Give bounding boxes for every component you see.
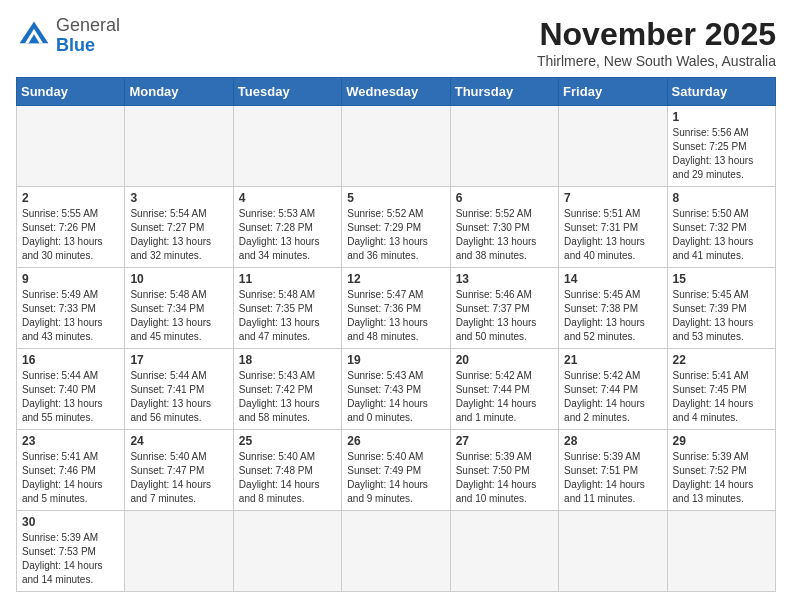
day-info: Sunrise: 5:46 AM Sunset: 7:37 PM Dayligh…	[456, 288, 553, 344]
day-number: 23	[22, 434, 119, 448]
calendar-day: 15Sunrise: 5:45 AM Sunset: 7:39 PM Dayli…	[667, 268, 775, 349]
calendar-day: 20Sunrise: 5:42 AM Sunset: 7:44 PM Dayli…	[450, 349, 558, 430]
day-number: 19	[347, 353, 444, 367]
day-number: 4	[239, 191, 336, 205]
day-header-sunday: Sunday	[17, 78, 125, 106]
logo-blue: Blue	[56, 35, 95, 55]
day-number: 11	[239, 272, 336, 286]
day-number: 8	[673, 191, 770, 205]
logo: General Blue	[16, 16, 120, 56]
location-subtitle: Thirlmere, New South Wales, Australia	[537, 53, 776, 69]
calendar-day: 24Sunrise: 5:40 AM Sunset: 7:47 PM Dayli…	[125, 430, 233, 511]
month-title: November 2025	[537, 16, 776, 53]
day-number: 25	[239, 434, 336, 448]
day-number: 12	[347, 272, 444, 286]
calendar-day: 13Sunrise: 5:46 AM Sunset: 7:37 PM Dayli…	[450, 268, 558, 349]
calendar-week-row: 23Sunrise: 5:41 AM Sunset: 7:46 PM Dayli…	[17, 430, 776, 511]
day-info: Sunrise: 5:40 AM Sunset: 7:47 PM Dayligh…	[130, 450, 227, 506]
day-number: 18	[239, 353, 336, 367]
day-info: Sunrise: 5:54 AM Sunset: 7:27 PM Dayligh…	[130, 207, 227, 263]
day-number: 1	[673, 110, 770, 124]
day-info: Sunrise: 5:51 AM Sunset: 7:31 PM Dayligh…	[564, 207, 661, 263]
day-info: Sunrise: 5:39 AM Sunset: 7:53 PM Dayligh…	[22, 531, 119, 587]
calendar-day: 23Sunrise: 5:41 AM Sunset: 7:46 PM Dayli…	[17, 430, 125, 511]
day-number: 17	[130, 353, 227, 367]
calendar-day: 6Sunrise: 5:52 AM Sunset: 7:30 PM Daylig…	[450, 187, 558, 268]
day-number: 28	[564, 434, 661, 448]
day-info: Sunrise: 5:44 AM Sunset: 7:40 PM Dayligh…	[22, 369, 119, 425]
calendar-day: 18Sunrise: 5:43 AM Sunset: 7:42 PM Dayli…	[233, 349, 341, 430]
calendar-day: 4Sunrise: 5:53 AM Sunset: 7:28 PM Daylig…	[233, 187, 341, 268]
day-number: 21	[564, 353, 661, 367]
day-info: Sunrise: 5:45 AM Sunset: 7:38 PM Dayligh…	[564, 288, 661, 344]
day-info: Sunrise: 5:48 AM Sunset: 7:34 PM Dayligh…	[130, 288, 227, 344]
day-info: Sunrise: 5:45 AM Sunset: 7:39 PM Dayligh…	[673, 288, 770, 344]
calendar-day: 12Sunrise: 5:47 AM Sunset: 7:36 PM Dayli…	[342, 268, 450, 349]
day-info: Sunrise: 5:43 AM Sunset: 7:42 PM Dayligh…	[239, 369, 336, 425]
logo-text: General Blue	[56, 16, 120, 56]
day-number: 5	[347, 191, 444, 205]
calendar-day	[233, 511, 341, 592]
calendar-day	[233, 106, 341, 187]
day-header-tuesday: Tuesday	[233, 78, 341, 106]
calendar-day: 17Sunrise: 5:44 AM Sunset: 7:41 PM Dayli…	[125, 349, 233, 430]
logo-general: General	[56, 15, 120, 35]
calendar-header-row: SundayMondayTuesdayWednesdayThursdayFrid…	[17, 78, 776, 106]
calendar-week-row: 2Sunrise: 5:55 AM Sunset: 7:26 PM Daylig…	[17, 187, 776, 268]
calendar-day: 14Sunrise: 5:45 AM Sunset: 7:38 PM Dayli…	[559, 268, 667, 349]
calendar-week-row: 9Sunrise: 5:49 AM Sunset: 7:33 PM Daylig…	[17, 268, 776, 349]
day-number: 20	[456, 353, 553, 367]
calendar-week-row: 1Sunrise: 5:56 AM Sunset: 7:25 PM Daylig…	[17, 106, 776, 187]
calendar-day: 29Sunrise: 5:39 AM Sunset: 7:52 PM Dayli…	[667, 430, 775, 511]
calendar-day: 26Sunrise: 5:40 AM Sunset: 7:49 PM Dayli…	[342, 430, 450, 511]
calendar-day	[450, 511, 558, 592]
calendar-day: 2Sunrise: 5:55 AM Sunset: 7:26 PM Daylig…	[17, 187, 125, 268]
day-header-wednesday: Wednesday	[342, 78, 450, 106]
calendar-day	[559, 106, 667, 187]
day-header-monday: Monday	[125, 78, 233, 106]
day-number: 30	[22, 515, 119, 529]
day-info: Sunrise: 5:42 AM Sunset: 7:44 PM Dayligh…	[456, 369, 553, 425]
calendar-day	[342, 511, 450, 592]
calendar-day	[342, 106, 450, 187]
day-number: 6	[456, 191, 553, 205]
calendar-day: 19Sunrise: 5:43 AM Sunset: 7:43 PM Dayli…	[342, 349, 450, 430]
day-info: Sunrise: 5:39 AM Sunset: 7:51 PM Dayligh…	[564, 450, 661, 506]
day-info: Sunrise: 5:42 AM Sunset: 7:44 PM Dayligh…	[564, 369, 661, 425]
day-number: 7	[564, 191, 661, 205]
calendar-day	[667, 511, 775, 592]
calendar-day	[450, 106, 558, 187]
calendar-day	[125, 511, 233, 592]
calendar-day: 3Sunrise: 5:54 AM Sunset: 7:27 PM Daylig…	[125, 187, 233, 268]
day-info: Sunrise: 5:39 AM Sunset: 7:50 PM Dayligh…	[456, 450, 553, 506]
calendar-day: 11Sunrise: 5:48 AM Sunset: 7:35 PM Dayli…	[233, 268, 341, 349]
day-header-saturday: Saturday	[667, 78, 775, 106]
day-number: 3	[130, 191, 227, 205]
day-info: Sunrise: 5:53 AM Sunset: 7:28 PM Dayligh…	[239, 207, 336, 263]
page-header: General Blue November 2025 Thirlmere, Ne…	[16, 16, 776, 69]
day-info: Sunrise: 5:39 AM Sunset: 7:52 PM Dayligh…	[673, 450, 770, 506]
day-info: Sunrise: 5:44 AM Sunset: 7:41 PM Dayligh…	[130, 369, 227, 425]
calendar-day: 28Sunrise: 5:39 AM Sunset: 7:51 PM Dayli…	[559, 430, 667, 511]
calendar-day: 27Sunrise: 5:39 AM Sunset: 7:50 PM Dayli…	[450, 430, 558, 511]
calendar-day: 21Sunrise: 5:42 AM Sunset: 7:44 PM Dayli…	[559, 349, 667, 430]
calendar-day: 10Sunrise: 5:48 AM Sunset: 7:34 PM Dayli…	[125, 268, 233, 349]
day-number: 16	[22, 353, 119, 367]
calendar-day: 22Sunrise: 5:41 AM Sunset: 7:45 PM Dayli…	[667, 349, 775, 430]
calendar-day: 25Sunrise: 5:40 AM Sunset: 7:48 PM Dayli…	[233, 430, 341, 511]
day-number: 15	[673, 272, 770, 286]
day-info: Sunrise: 5:50 AM Sunset: 7:32 PM Dayligh…	[673, 207, 770, 263]
day-header-friday: Friday	[559, 78, 667, 106]
calendar-day	[125, 106, 233, 187]
day-number: 26	[347, 434, 444, 448]
calendar-day: 16Sunrise: 5:44 AM Sunset: 7:40 PM Dayli…	[17, 349, 125, 430]
day-info: Sunrise: 5:52 AM Sunset: 7:30 PM Dayligh…	[456, 207, 553, 263]
day-info: Sunrise: 5:49 AM Sunset: 7:33 PM Dayligh…	[22, 288, 119, 344]
calendar-day: 7Sunrise: 5:51 AM Sunset: 7:31 PM Daylig…	[559, 187, 667, 268]
day-number: 27	[456, 434, 553, 448]
day-number: 14	[564, 272, 661, 286]
day-info: Sunrise: 5:40 AM Sunset: 7:49 PM Dayligh…	[347, 450, 444, 506]
day-info: Sunrise: 5:47 AM Sunset: 7:36 PM Dayligh…	[347, 288, 444, 344]
day-info: Sunrise: 5:48 AM Sunset: 7:35 PM Dayligh…	[239, 288, 336, 344]
day-number: 10	[130, 272, 227, 286]
